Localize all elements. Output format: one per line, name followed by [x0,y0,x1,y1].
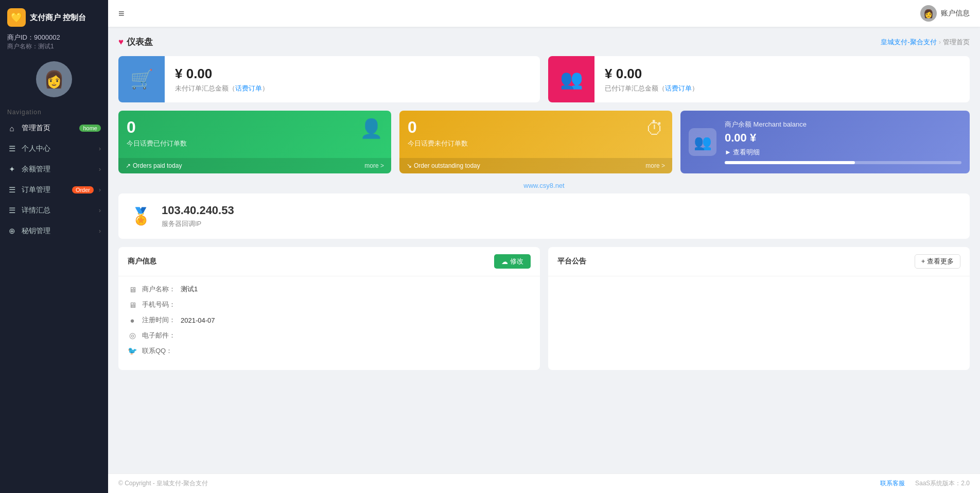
unpaid-orders-more[interactable]: more > [645,162,665,169]
merchant-name-field-label: 商户名称： [142,285,176,294]
twitter-icon: 🐦 [128,346,137,356]
dashboard-title: 仪表盘 [127,36,153,48]
paid-orders-more[interactable]: more > [364,162,384,169]
footer-right: 联系客服 SaaS系统版本：2.0 [880,479,970,488]
platform-notice-card: 平台公告 + 查看更多 [548,247,970,370]
clock-icon: ● [128,316,137,325]
merchant-info-card: 商户信息 ☁ 修改 🖥 商户名称： 测试1 🖥 手机号码： [118,247,540,370]
stats-row-1: 🛒 ¥ 0.00 未付订单汇总金额（话费订单） 👥 ¥ 0.00 已付订单汇总金… [118,56,970,102]
main-area: ≡ 👩 账户信息 ♥ 仪表盘 皇城支付-聚合支付 › 管理首页 🛒 ¥ 0. [108,0,980,493]
breadcrumb-link[interactable]: 皇城支付-聚合支付 [881,38,936,47]
phone-field-label: 手机号码： [142,300,176,309]
home-icon: ⌂ [7,124,16,133]
breadcrumb: 皇城支付-聚合支付 › 管理首页 [881,38,970,47]
menu-toggle-button[interactable]: ≡ [118,8,125,20]
paid-desc-text: 已付订单汇总金额（ [605,84,665,92]
balance-card: 👥 商户余额 Merchant balance 0.00 ¥ ► 查看明细 [680,111,970,173]
paid-orders-top: 0 今日话费已付订单数 👤 [118,111,391,158]
paid-orders-count: 0 [127,118,187,137]
globe-icon: ◎ [128,331,137,340]
paid-desc: 已付订单汇总金额（话费订单） [605,84,959,93]
sidebar-item-keys[interactable]: ⊕ 秘钥管理 › [0,221,108,241]
stats-row-2: 0 今日话费已付订单数 👤 ↗ Orders paid today more > [118,111,970,173]
account-avatar: 👩 [920,5,937,22]
reg-time-field-label: 注册时间： [142,315,176,325]
unpaid-orders-bottom-text: ↘ Order outstanding today [407,162,480,169]
paid-desc-suffix: ） [692,84,698,92]
trend-down-icon: ↘ [407,162,412,169]
unpaid-orders-count-area: 0 今日话费未付订单数 [408,118,468,148]
unpaid-orders-card: 0 今日话费未付订单数 ⏱ ↘ Order outstanding today … [399,111,672,173]
sidebar-item-orders[interactable]: ☰ 订单管理 Order › [0,180,108,200]
unpaid-desc-text: 未付订单汇总金额（ [175,84,235,92]
sidebar-item-home[interactable]: ⌂ 管理首页 home [0,118,108,138]
footer: © Copyright - 皇城支付-聚合支付 联系客服 SaaS系统版本：2.… [108,473,980,493]
server-icon: 🏅 [131,206,151,226]
sidebar-item-keys-label: 秘钥管理 [22,226,94,236]
sidebar-item-orders-label: 订单管理 [22,185,67,195]
sidebar-avatar: 👩 [0,57,108,105]
balance-bar-fill [725,161,855,164]
sidebar-logo: 💛 支付商户 控制台 [0,0,108,31]
sidebar-item-balance[interactable]: ✦ 余额管理 › [0,159,108,180]
paid-icon-box: 👥 [548,56,594,102]
keys-arrow: › [99,227,101,235]
unpaid-amount: ¥ 0.00 [175,66,530,82]
unpaid-desc-suffix: ） [262,84,269,92]
breadcrumb-current: 管理首页 [943,38,970,47]
merchant-info-title: 商户信息 [128,257,156,266]
unpaid-desc: 未付订单汇总金额（话费订单） [175,84,530,93]
edit-merchant-button[interactable]: ☁ 修改 [494,254,531,269]
view-more-button[interactable]: + 查看更多 [915,254,960,269]
home-badge: home [79,125,101,132]
page-content: ♥ 仪表盘 皇城支付-聚合支付 › 管理首页 🛒 ¥ 0.00 未付订单汇总金额… [108,27,980,473]
merchant-info-body: 🖥 商户名称： 测试1 🖥 手机号码： ● 注册时间： 2021-04-07 [118,276,540,370]
unpaid-stat-info: ¥ 0.00 未付订单汇总金额（话费订单） [165,59,540,100]
orders-arrow: › [99,186,101,193]
personal-arrow: › [99,145,101,152]
balance-icon: ✦ [7,165,16,174]
paid-orders-bottom-text: ↗ Orders paid today [126,162,182,169]
paid-orders-label: 今日话费已付订单数 [127,139,187,148]
balance-bar-bg [725,161,961,164]
paid-orders-bottom-label: Orders paid today [133,162,182,169]
topbar: ≡ 👩 账户信息 [108,0,980,27]
page-header: ♥ 仪表盘 皇城支付-聚合支付 › 管理首页 [118,36,970,48]
server-ip-label: 服务器回调IP [162,219,234,228]
email-field-label: 电子邮件： [142,331,176,340]
paid-link[interactable]: 话费订单 [665,84,692,92]
unpaid-link[interactable]: 话费订单 [235,84,262,92]
unpaid-orders-bottom-label: Order outstanding today [414,162,480,169]
sidebar-merchant-info: 商户ID：9000002 商户名称：测试1 [0,31,108,57]
server-ip-info: 103.40.240.53 服务器回调IP [162,204,234,228]
merchant-name-field-value: 测试1 [181,285,198,294]
reg-time-field-value: 2021-04-07 [181,316,215,324]
sidebar-item-personal[interactable]: ☰ 个人中心 › [0,138,108,159]
sidebar-item-details[interactable]: ☰ 详情汇总 › [0,200,108,221]
edit-icon: ☁ [501,258,508,266]
sidebar-item-details-label: 详情汇总 [22,206,94,215]
qq-row: 🐦 联系QQ： [128,346,531,356]
qq-field-label: 联系QQ： [142,346,172,356]
footer-copyright: © Copyright - 皇城支付-聚合支付 [118,479,208,488]
balance-info: 商户余额 Merchant balance 0.00 ¥ ► 查看明细 [725,120,961,164]
avatar: 👩 [36,61,72,97]
footer-contact[interactable]: 联系客服 [880,479,905,488]
server-ip-card: 🏅 103.40.240.53 服务器回调IP [118,193,970,239]
balance-icon-box: 👥 [689,128,716,156]
unpaid-orders-label: 今日话费未付订单数 [408,139,468,148]
sidebar: 💛 支付商户 控制台 商户ID：9000002 商户名称：测试1 👩 Navig… [0,0,108,493]
orders-icon: ☰ [7,185,16,195]
trend-up-icon: ↗ [126,162,131,169]
breadcrumb-arrow: › [939,38,941,46]
phone-row: 🖥 手机号码： [128,300,531,309]
balance-title: 商户余额 Merchant balance [725,120,961,129]
balance-arrow: › [99,166,101,173]
account-button[interactable]: 👩 账户信息 [920,5,970,22]
orders-badge: Order [72,186,94,193]
footer-version: SaaS系统版本：2.0 [915,479,970,488]
paid-stat-info: ¥ 0.00 已付订单汇总金额（话费订单） [594,59,970,100]
balance-detail-link[interactable]: ► 查看明细 [725,148,961,157]
platform-notice-header: 平台公告 + 查看更多 [548,247,970,276]
monitor-icon-1: 🖥 [128,285,137,294]
